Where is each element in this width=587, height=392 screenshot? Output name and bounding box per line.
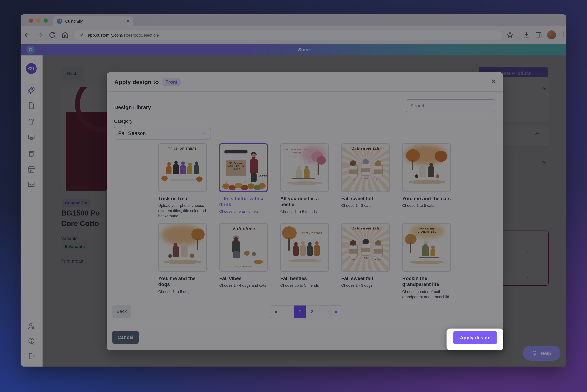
- apply-design-spotlight: Apply design: [447, 328, 503, 350]
- screen: C Customily ✕ + app.customily.com/store: [0, 0, 587, 392]
- apply-design-button[interactable]: Apply design: [453, 331, 498, 344]
